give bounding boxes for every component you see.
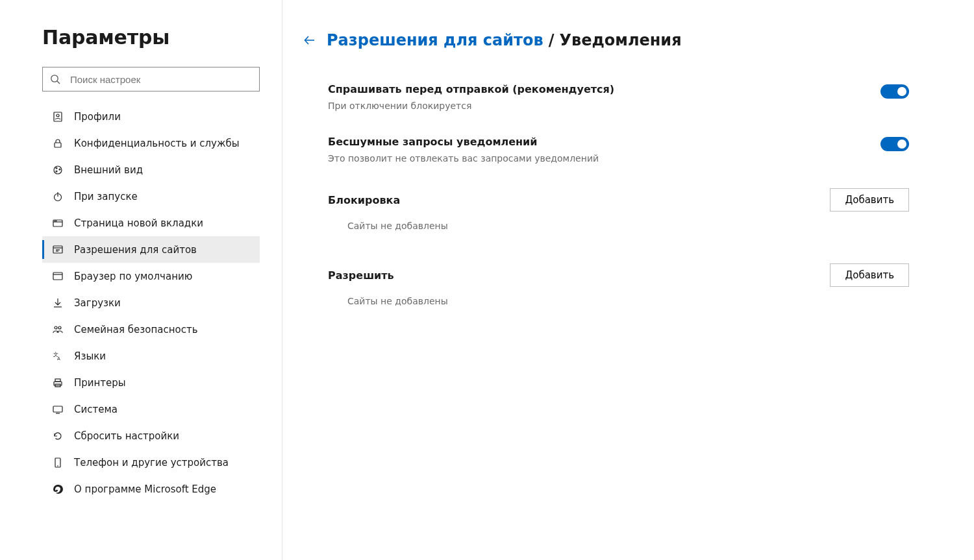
setting-text: Бесшумные запросы уведомлений Это позвол… bbox=[328, 136, 599, 164]
sidebar-item-family[interactable]: Семейная безопасность bbox=[42, 316, 260, 343]
setting-quiet-requests: Бесшумные запросы уведомлений Это позвол… bbox=[302, 136, 909, 164]
sidebar-item-label: При запуске bbox=[74, 191, 138, 202]
svg-point-8 bbox=[56, 171, 57, 172]
svg-point-7 bbox=[59, 169, 60, 170]
toggle-ask-before-send[interactable] bbox=[880, 84, 909, 99]
sidebar-item-default-browser[interactable]: Браузер по умолчанию bbox=[42, 263, 260, 289]
printer-icon bbox=[52, 377, 64, 389]
setting-desc: При отключении блокируется bbox=[328, 101, 614, 111]
search-icon bbox=[50, 74, 60, 84]
main-content: Разрешения для сайтов / Уведомления Спра… bbox=[282, 0, 974, 560]
svg-rect-28 bbox=[55, 379, 60, 382]
setting-desc: Это позволит не отвлекать вас запросами … bbox=[328, 153, 599, 164]
breadcrumb-current: Уведомления bbox=[559, 31, 681, 49]
sidebar-nav: Профили Конфиденциальность и службы Внеш… bbox=[42, 103, 282, 502]
section-allow: Разрешить Добавить bbox=[302, 263, 909, 287]
block-empty-message: Сайты не добавлены bbox=[302, 221, 909, 231]
sidebar-item-label: Страница новой вкладки bbox=[74, 217, 203, 229]
setting-text: Спрашивать перед отправкой (рекомендуетс… bbox=[328, 83, 614, 111]
newtab-icon bbox=[52, 217, 64, 229]
sidebar-item-site-permissions[interactable]: Разрешения для сайтов bbox=[42, 236, 260, 263]
sidebar-title: Параметры bbox=[42, 26, 282, 49]
sidebar-item-appearance[interactable]: Внешний вид bbox=[42, 156, 260, 183]
sidebar-item-languages[interactable]: 文A Языки bbox=[42, 343, 260, 369]
section-title: Блокировка bbox=[328, 194, 400, 206]
sidebar-item-label: Семейная безопасность bbox=[74, 324, 197, 335]
setting-title: Бесшумные запросы уведомлений bbox=[328, 136, 599, 148]
edge-icon bbox=[52, 483, 64, 495]
sidebar-item-system[interactable]: Система bbox=[42, 396, 260, 422]
svg-line-1 bbox=[57, 81, 60, 84]
sidebar-item-label: Сбросить настройки bbox=[74, 430, 179, 442]
add-block-button[interactable]: Добавить bbox=[830, 188, 909, 212]
toggle-quiet-requests[interactable] bbox=[880, 137, 909, 151]
svg-point-13 bbox=[55, 221, 55, 221]
sidebar-item-reset[interactable]: Сбросить настройки bbox=[42, 422, 260, 449]
breadcrumb-parent[interactable]: Разрешения для сайтов bbox=[327, 31, 543, 49]
family-icon bbox=[52, 324, 64, 335]
sidebar-item-printers[interactable]: Принтеры bbox=[42, 369, 260, 396]
svg-point-24 bbox=[58, 326, 61, 329]
sidebar-item-label: О программе Microsoft Edge bbox=[74, 483, 216, 495]
system-icon bbox=[52, 404, 64, 415]
section-block: Блокировка Добавить bbox=[302, 188, 909, 212]
sidebar-item-phone[interactable]: Телефон и другие устройства bbox=[42, 449, 260, 476]
svg-point-14 bbox=[56, 221, 56, 221]
sidebar-item-label: Внешний вид bbox=[74, 164, 143, 176]
svg-text:A: A bbox=[57, 356, 60, 361]
sidebar-item-privacy[interactable]: Конфиденциальность и службы bbox=[42, 130, 260, 156]
svg-point-6 bbox=[56, 167, 57, 169]
sidebar-item-label: Принтеры bbox=[74, 377, 126, 389]
sidebar-item-label: Разрешения для сайтов bbox=[74, 244, 197, 256]
sidebar-item-label: Языки bbox=[74, 350, 106, 362]
permissions-icon bbox=[52, 244, 64, 256]
sidebar-item-startup[interactable]: При запуске bbox=[42, 183, 260, 210]
breadcrumb-separator: / bbox=[549, 31, 555, 49]
appearance-icon bbox=[52, 164, 64, 176]
svg-point-23 bbox=[55, 326, 57, 329]
sidebar-item-label: Профили bbox=[74, 111, 121, 123]
setting-title: Спрашивать перед отправкой (рекомендуетс… bbox=[328, 83, 614, 95]
add-allow-button[interactable]: Добавить bbox=[830, 263, 909, 287]
sidebar-item-label: Браузер по умолчанию bbox=[74, 271, 192, 282]
sidebar-item-label: Загрузки bbox=[74, 297, 121, 309]
default-browser-icon bbox=[52, 271, 64, 282]
sidebar-item-label: Конфиденциальность и службы bbox=[74, 138, 240, 149]
sidebar-item-label: Телефон и другие устройства bbox=[74, 457, 229, 469]
sidebar-item-newtab[interactable]: Страница новой вкладки bbox=[42, 210, 260, 236]
phone-icon bbox=[52, 457, 64, 469]
download-icon bbox=[52, 297, 64, 309]
sidebar-item-downloads[interactable]: Загрузки bbox=[42, 289, 260, 316]
search-wrap bbox=[42, 67, 260, 91]
power-icon bbox=[52, 191, 64, 202]
svg-rect-19 bbox=[53, 273, 62, 280]
back-button[interactable] bbox=[302, 32, 318, 48]
lock-icon bbox=[52, 138, 64, 149]
sidebar-item-label: Система bbox=[74, 404, 118, 415]
sidebar-item-profiles[interactable]: Профили bbox=[42, 103, 260, 130]
search-input[interactable] bbox=[42, 67, 260, 91]
settings-sidebar: Параметры Профили Конфиденциальность и с… bbox=[0, 0, 282, 560]
svg-rect-4 bbox=[55, 143, 61, 147]
language-icon: 文A bbox=[52, 350, 64, 362]
svg-point-0 bbox=[51, 75, 58, 82]
reset-icon bbox=[52, 430, 64, 442]
svg-point-3 bbox=[56, 114, 59, 117]
allow-empty-message: Сайты не добавлены bbox=[302, 296, 909, 306]
svg-rect-30 bbox=[53, 406, 62, 412]
setting-ask-before-send: Спрашивать перед отправкой (рекомендуетс… bbox=[302, 83, 909, 111]
breadcrumb: Разрешения для сайтов / Уведомления bbox=[302, 31, 909, 49]
section-title: Разрешить bbox=[328, 269, 394, 282]
profile-icon bbox=[52, 111, 64, 123]
sidebar-item-about[interactable]: О программе Microsoft Edge bbox=[42, 476, 260, 502]
